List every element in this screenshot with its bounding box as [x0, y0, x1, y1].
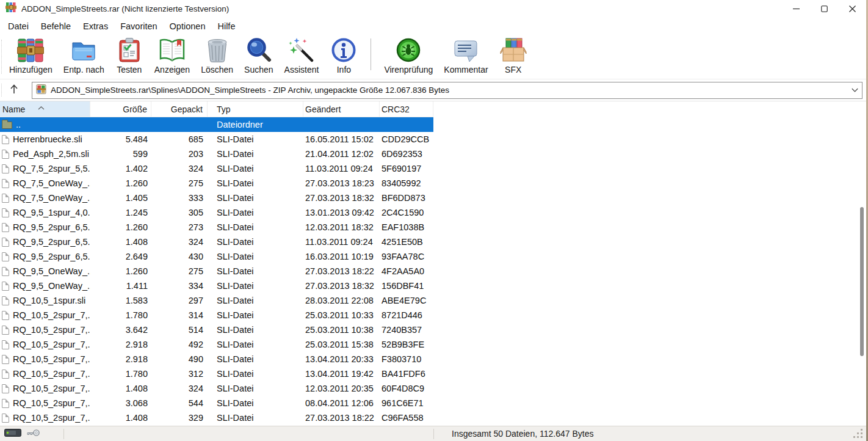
table-row[interactable]: ..Dateiordner: [0, 117, 433, 132]
sort-ascending-icon: [38, 102, 45, 112]
table-row[interactable]: RQ_9,5_OneWay_...1.260275SLI-Datei27.03.…: [0, 264, 433, 279]
cell-size: 3.068: [90, 398, 151, 408]
cell-size: 2.918: [90, 354, 151, 364]
toolbar-button-suchen[interactable]: Suchen: [239, 35, 278, 75]
address-bar: ADDON_SimpleStreets.rar\Splines\ADDON_Si…: [0, 79, 866, 101]
column-header-row: NameGrößeGepacktTypGeändertCRC32: [0, 101, 433, 117]
table-row[interactable]: RQ_10,5_2spur_7,...1.408324SLI-Datei12.0…: [0, 381, 433, 396]
sfx-box-icon: [499, 36, 527, 64]
cell-size: 3.642: [90, 325, 151, 335]
table-row[interactable]: RQ_7,5_OneWay_...1.405333SLI-Datei27.03.…: [0, 191, 433, 205]
cell-size: 1.405: [90, 193, 151, 203]
file-icon: [2, 150, 9, 159]
cell-modified: 25.03.2011 15:38: [303, 340, 380, 349]
table-row[interactable]: RQ_10,5_2spur_7,...1.408329SLI-Datei27.0…: [0, 410, 433, 425]
toolbar-button-testen[interactable]: Testen: [110, 35, 149, 75]
winrar-books-icon: [16, 36, 45, 64]
cell-packed: 314: [151, 310, 208, 320]
status-total-text: Insgesamt 50 Dateien, 112.647 Bytes: [452, 429, 593, 439]
column-header-label: Größe: [123, 104, 147, 114]
table-row[interactable]: Ped_Asph_2,5m.sli599203SLI-Datei21.04.20…: [0, 147, 433, 161]
key-icon[interactable]: [27, 428, 40, 440]
menu-item-favoriten[interactable]: Favoriten: [114, 20, 163, 33]
menu-item-befehle[interactable]: Befehle: [35, 20, 77, 33]
column-header-gepackt[interactable]: Gepackt: [151, 101, 208, 117]
vertical-scrollbar[interactable]: [858, 203, 866, 441]
menu-item-datei[interactable]: Datei: [2, 20, 35, 33]
address-path: ADDON_SimpleStreets.rar\Splines\ADDON_Si…: [51, 86, 847, 95]
file-icon: [2, 311, 9, 320]
maximize-button[interactable]: [810, 0, 838, 17]
cell-name: RQ_9,5_2spur_6,5...: [0, 252, 90, 261]
minimize-button[interactable]: [782, 0, 810, 17]
table-row[interactable]: RQ_10,5_1spur.sli1.583297SLI-Datei28.03.…: [0, 293, 433, 308]
table-row[interactable]: RQ_10,5_2spur_7,...3.642514SLI-Datei25.0…: [0, 323, 433, 337]
toolbar-button-assistent[interactable]: Assistent: [279, 35, 325, 75]
toolbar-button-anzeigen[interactable]: Anzeigen: [149, 35, 195, 75]
column-header-grosse[interactable]: Größe: [90, 101, 151, 117]
drive-icon[interactable]: [4, 428, 21, 440]
cell-size: 5.484: [90, 134, 151, 144]
toolbar-button-loschen[interactable]: Löschen: [195, 35, 239, 75]
close-button[interactable]: [838, 0, 866, 17]
column-header-label: Gepackt: [171, 104, 203, 114]
cell-modified: 27.03.2013 18:32: [303, 281, 380, 291]
table-row[interactable]: RQ_10,5_2spur_7,...2.918492SLI-Datei25.0…: [0, 337, 433, 352]
cell-type: SLI-Datei: [208, 398, 303, 408]
cell-modified: 11.03.2011 09:24: [303, 237, 380, 247]
toolbar-button-info[interactable]: Info: [324, 35, 363, 75]
cell-packed: 324: [151, 384, 208, 393]
file-name-label: RQ_7,5_OneWay_...: [13, 193, 90, 203]
chevron-down-icon[interactable]: [847, 88, 862, 92]
toolbar-button-kommentar[interactable]: Kommentar: [438, 35, 493, 75]
table-row[interactable]: RQ_7,5_2spur_5,5...1.402324SLI-Datei11.0…: [0, 161, 433, 176]
cell-size: 599: [90, 149, 151, 159]
toolbar-button-virenprufung[interactable]: Virenprüfung: [378, 35, 438, 75]
table-row[interactable]: RQ_10,5_2spur_7,...1.780314SLI-Datei25.0…: [0, 308, 433, 323]
cell-crc: 4F2AA5A0: [380, 266, 433, 276]
toolbar-button-entp-nach[interactable]: Entp. nach: [58, 35, 110, 75]
table-row[interactable]: RQ_9,5_1spur_4,0...1.245305SLI-Datei13.0…: [0, 205, 433, 220]
up-one-level-button[interactable]: [4, 82, 24, 99]
menu-item-optionen[interactable]: Optionen: [164, 20, 212, 33]
cell-packed: 275: [151, 178, 208, 188]
file-icon: [2, 370, 9, 379]
column-header-name[interactable]: Name: [0, 101, 90, 117]
toolbar-button-label: Kommentar: [444, 65, 488, 75]
table-row[interactable]: RQ_10,5_2spur_7,...2.918490SLI-Datei13.0…: [0, 352, 433, 366]
table-row[interactable]: RQ_9,5_OneWay_...1.411334SLI-Datei27.03.…: [0, 279, 433, 293]
menu-item-extras[interactable]: Extras: [77, 20, 114, 33]
cell-modified: 27.03.2013 18:22: [303, 413, 380, 423]
menu-bar: DateiBefehleExtrasFavoritenOptionenHilfe: [0, 17, 866, 35]
cell-packed: 324: [151, 164, 208, 173]
table-row[interactable]: RQ_7,5_OneWay_...1.260275SLI-Datei27.03.…: [0, 176, 433, 191]
cell-modified: 13.04.2011 19:42: [303, 369, 380, 379]
file-name-label: RQ_9,5_2spur_6,5...: [13, 237, 90, 247]
cell-packed: 333: [151, 193, 208, 203]
cell-crc: 93FAA78C: [380, 252, 433, 261]
column-header-geandert[interactable]: Geändert: [303, 101, 380, 117]
cell-size: 1.408: [90, 413, 151, 423]
winrar-window: ADDON_SimpleStreets.rar (Nicht lizenzier…: [0, 0, 866, 441]
table-row[interactable]: RQ_9,5_2spur_6,5...1.408324SLI-Datei11.0…: [0, 235, 433, 249]
menu-item-hilfe[interactable]: Hilfe: [211, 20, 241, 33]
table-row[interactable]: RQ_9,5_2spur_6,5...2.649430SLI-Datei16.0…: [0, 249, 433, 264]
address-combobox[interactable]: ADDON_SimpleStreets.rar\Splines\ADDON_Si…: [32, 82, 863, 99]
cell-packed: 329: [151, 413, 208, 423]
table-row[interactable]: RQ_10,5_2spur_7,...3.068544SLI-Datei08.0…: [0, 396, 433, 410]
cell-crc: 6D692353: [380, 149, 433, 159]
resize-grip[interactable]: [853, 429, 863, 439]
cell-type: SLI-Datei: [208, 281, 303, 291]
archive-icon: [36, 84, 46, 97]
column-header-typ[interactable]: Typ: [208, 101, 303, 117]
app-icon[interactable]: [5, 2, 16, 15]
table-row[interactable]: RQ_9,5_2spur_6,5...1.260273SLI-Datei12.0…: [0, 220, 433, 235]
table-row[interactable]: Herrenbruecke.sli5.484685SLI-Datei16.05.…: [0, 132, 433, 147]
cell-crc: 2C4C1590: [380, 208, 433, 217]
toolbar-button-sfx[interactable]: SFX: [494, 35, 533, 75]
table-row[interactable]: RQ_10,5_2spur_7,...1.780312SLI-Datei13.0…: [0, 366, 433, 381]
toolbar-button-hinzufugen[interactable]: Hinzufügen: [4, 35, 58, 75]
file-name-label: ..: [16, 120, 21, 129]
scrollbar-thumb[interactable]: [860, 207, 864, 356]
column-header-crc32[interactable]: CRC32: [380, 101, 433, 117]
